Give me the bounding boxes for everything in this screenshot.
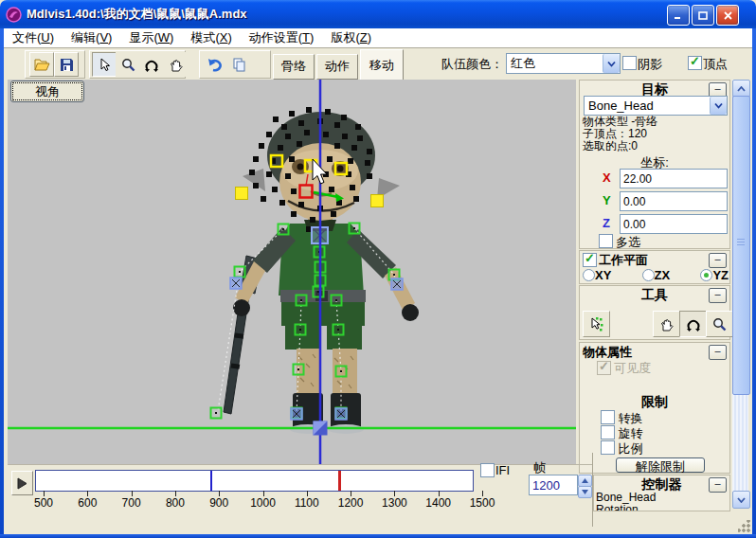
ruler-label: 1100 <box>295 496 319 510</box>
panel-zoom-tool-button[interactable] <box>706 311 733 337</box>
viewport[interactable]: 视角 <box>8 80 576 464</box>
origin-handle <box>314 421 328 436</box>
ifi-label: IFI <box>495 463 510 477</box>
save-button[interactable] <box>54 52 79 77</box>
pan-tool-button[interactable] <box>163 52 188 77</box>
minimize-button[interactable] <box>667 5 690 26</box>
restrict-checkbox-0[interactable] <box>601 410 615 424</box>
menu-item-5[interactable]: 版权(Z) <box>322 27 380 48</box>
frame-input[interactable] <box>529 475 578 495</box>
menu-item-4[interactable]: 动作设置(T) <box>241 27 323 48</box>
undo-icon <box>207 58 224 72</box>
collapse-workplane-button[interactable]: – <box>709 253 727 268</box>
ruler-label: 600 <box>78 496 97 510</box>
release-restrict-button[interactable]: 解除限制 <box>616 457 705 473</box>
close-button[interactable] <box>716 5 739 26</box>
hand-icon <box>659 317 674 332</box>
vertex-select-tool-button[interactable] <box>583 311 610 337</box>
collapse-tools-button[interactable]: – <box>709 288 727 303</box>
section-target: 目标 – Bone_Head 物体类型 -骨络 子顶点：120 选取的点:0 坐… <box>579 80 730 249</box>
resize-grip[interactable] <box>738 520 750 532</box>
workplane-checkbox[interactable] <box>583 253 597 267</box>
multi-select-label: 多选 <box>616 234 640 251</box>
y-axis-label: Y <box>603 193 611 207</box>
timeline-current-frame-marker[interactable] <box>338 471 341 491</box>
menu-item-3[interactable]: 模式(X) <box>182 27 240 48</box>
copy-icon <box>232 58 246 72</box>
ruler-label: 900 <box>209 496 228 510</box>
restrict-checkbox-1[interactable] <box>601 425 615 439</box>
menu-item-0[interactable]: 文件(U) <box>4 27 63 48</box>
restrict-checkbox-2[interactable] <box>601 440 615 455</box>
frame-spin-down-button[interactable] <box>578 486 592 498</box>
vertex-label: 顶点 <box>703 56 728 73</box>
menu-item-1[interactable]: 编辑(V) <box>63 27 120 48</box>
panel-rotate-tool-button[interactable] <box>679 311 707 337</box>
maximize-button[interactable] <box>692 5 714 26</box>
panel-pan-tool-button[interactable] <box>653 311 680 337</box>
tab-2[interactable]: 移动 <box>360 49 404 80</box>
section-object-props: 物体属性 – 可见度 限制 转换 旋转 比例 解除限制 <box>579 342 730 474</box>
tab-0[interactable]: 骨络 <box>273 54 315 80</box>
magnifier-icon <box>121 58 135 72</box>
select-vertices-icon <box>588 316 604 332</box>
cursor-icon <box>98 58 111 72</box>
multi-select-checkbox[interactable] <box>599 234 613 248</box>
chevron-down-icon[interactable] <box>603 54 620 73</box>
timeline-track[interactable] <box>35 470 474 492</box>
vertex-checkbox[interactable] <box>688 56 702 70</box>
plane-option-ZX[interactable]: ZX <box>642 268 671 282</box>
radio-ZX[interactable] <box>642 269 655 281</box>
radio-YZ[interactable] <box>700 269 712 281</box>
collapse-props-button[interactable]: – <box>709 345 727 360</box>
restrict-row-2: 比例 <box>601 440 643 456</box>
open-file-button[interactable] <box>29 52 54 77</box>
visibility-label: 可见度 <box>614 360 651 377</box>
tab-1[interactable]: 动作 <box>316 54 358 80</box>
play-icon <box>17 477 27 490</box>
ruler-label: 1000 <box>250 496 276 510</box>
undo-button[interactable] <box>203 52 227 77</box>
view-angle-button[interactable]: 视角 <box>10 81 84 102</box>
rotate-icon <box>144 58 159 72</box>
ruler-label: 700 <box>122 496 141 510</box>
copy-button[interactable] <box>226 52 251 77</box>
ruler-label: 1300 <box>382 496 407 510</box>
window-frame-right <box>752 27 756 538</box>
z-coordinate-input[interactable] <box>620 214 728 234</box>
properties-panel: 目标 – Bone_Head 物体类型 -骨络 子顶点：120 选取的点:0 坐… <box>576 80 752 527</box>
ifi-checkbox[interactable] <box>480 463 495 477</box>
scrollbar-thumb[interactable] <box>732 96 750 395</box>
plane-option-XY[interactable]: XY <box>583 268 611 282</box>
save-floppy-icon <box>60 58 74 72</box>
hand-icon <box>169 58 183 72</box>
restrict-row-1: 旋转 <box>601 425 643 440</box>
object-combobox[interactable]: Bone_Head <box>584 96 728 116</box>
plane-option-YZ[interactable]: YZ <box>700 268 729 282</box>
controller-line-1: Rotation <box>596 504 656 511</box>
x-coordinate-input[interactable] <box>620 169 728 188</box>
shadow-checkbox[interactable] <box>622 56 637 70</box>
ruler-label: 1400 <box>425 496 451 510</box>
team-color-combobox[interactable]: 红色 <box>506 53 621 74</box>
panel-scrollbar[interactable] <box>732 80 748 508</box>
select-tool-button[interactable] <box>92 52 117 77</box>
scroll-down-button[interactable] <box>732 491 750 509</box>
zoom-tool-button[interactable] <box>116 52 140 77</box>
y-coordinate-input[interactable] <box>620 191 728 211</box>
section-tools: 工具 – <box>579 285 730 340</box>
window-frame-left <box>0 27 4 538</box>
rotate-tool-button[interactable] <box>139 52 164 77</box>
app-window: Mdlvis1.40d:\我的文档\鼠鼠\鼠鼠A.mdx 文件(U)编辑(V)显… <box>0 0 756 538</box>
ruler-label: 1200 <box>338 496 364 510</box>
radio-XY[interactable] <box>583 269 595 281</box>
chevron-down-icon[interactable] <box>710 97 727 115</box>
collapse-controller-button[interactable]: – <box>709 477 727 493</box>
model-canvas[interactable] <box>8 80 576 464</box>
shadow-label: 阴影 <box>638 56 662 73</box>
titlebar[interactable]: Mdlvis1.40d:\我的文档\鼠鼠\鼠鼠A.mdx <box>0 0 756 28</box>
team-color-label: 队伍颜色： <box>441 56 503 73</box>
timeline-keyframe-marker[interactable] <box>210 471 212 491</box>
play-button[interactable] <box>11 471 33 495</box>
menu-item-2[interactable]: 显示(W) <box>120 27 182 48</box>
